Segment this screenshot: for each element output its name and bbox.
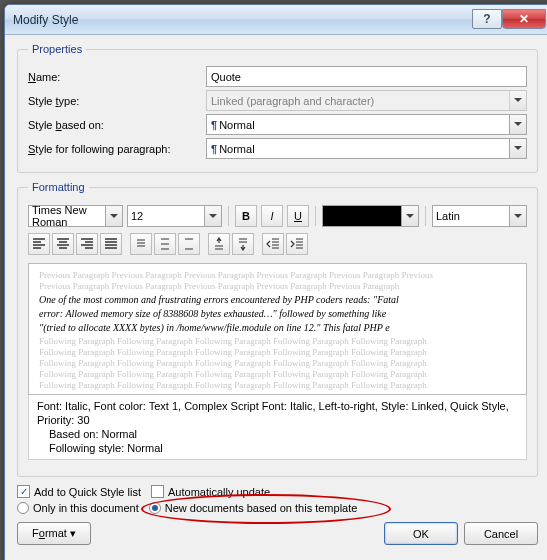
space-after-button[interactable] [232,233,254,255]
properties-group: Properties Name: Style type: Linked (par… [17,43,538,173]
following-combo[interactable]: ¶Normal [206,138,527,159]
style-type-combo: Linked (paragraph and character) [206,90,527,111]
cancel-button[interactable]: Cancel [464,522,538,545]
spacing-loose-button[interactable] [154,233,176,255]
properties-legend: Properties [28,43,86,55]
align-right-button[interactable] [76,233,98,255]
quick-style-checkbox[interactable]: ✓Add to Quick Style list [17,485,141,498]
close-button[interactable]: ✕ [502,9,546,29]
bold-button[interactable]: B [235,205,257,227]
chevron-down-icon[interactable] [204,206,221,226]
chevron-down-icon[interactable] [401,206,418,226]
spacing-single-button[interactable] [130,233,152,255]
style-description: Font: Italic, Font color: Text 1, Comple… [28,395,527,460]
chevron-down-icon [509,91,526,110]
italic-button[interactable]: I [261,205,283,227]
chevron-down-icon[interactable] [105,206,122,226]
preview-pane: Previous Paragraph Previous Paragraph Pr… [28,263,527,395]
chevron-down-icon[interactable] [509,115,526,134]
align-center-button[interactable] [52,233,74,255]
auto-update-checkbox[interactable]: Automatically update [151,485,270,498]
increase-indent-button[interactable] [286,233,308,255]
style-type-label: Style type: [28,95,198,107]
only-document-radio[interactable]: Only in this document [17,502,139,514]
spacing-double-button[interactable] [178,233,200,255]
format-button[interactable]: Format ▾ [17,522,91,545]
formatting-group: Formatting Times New Roman 12 B I U Lati… [17,181,538,477]
formatting-legend: Formatting [28,181,89,193]
new-documents-radio[interactable]: New documents based on this template [149,502,358,514]
pilcrow-icon: ¶ [211,119,217,131]
underline-button[interactable]: U [287,205,309,227]
name-input[interactable] [206,66,527,87]
chevron-down-icon[interactable] [509,206,526,226]
window-title: Modify Style [13,13,472,27]
chevron-down-icon[interactable] [509,139,526,158]
titlebar[interactable]: Modify Style ? ✕ [5,5,547,35]
decrease-indent-button[interactable] [262,233,284,255]
modify-style-dialog: Modify Style ? ✕ Properties Name: Style … [4,4,547,560]
font-combo[interactable]: Times New Roman [28,205,123,227]
space-before-button[interactable] [208,233,230,255]
following-label: Style for following paragraph: [28,143,198,155]
pilcrow-icon: ¶ [211,143,217,155]
based-on-label: Style based on: [28,119,198,131]
language-combo[interactable]: Latin [432,205,527,227]
ok-button[interactable]: OK [384,522,458,545]
help-button[interactable]: ? [472,9,502,29]
name-label: Name: [28,71,198,83]
based-on-combo[interactable]: ¶Normal [206,114,527,135]
align-justify-button[interactable] [100,233,122,255]
align-left-button[interactable] [28,233,50,255]
font-color-combo[interactable] [322,205,419,227]
size-combo[interactable]: 12 [127,205,222,227]
